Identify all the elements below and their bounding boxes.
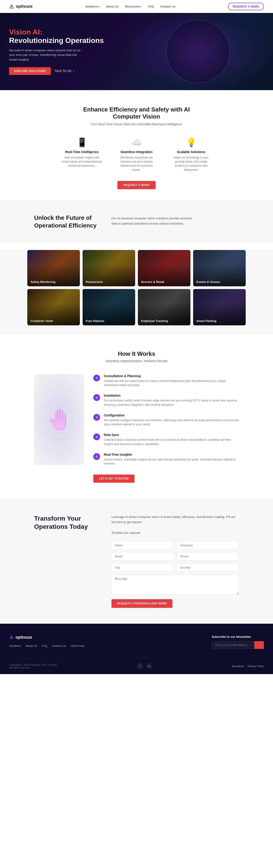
industry-card-events[interactable]: Events & Venues [193,250,246,286]
footer-link-solutions[interactable]: Solutions [9,644,21,648]
explore-solutions-button[interactable]: EXPLORE SOLUTIONS [9,67,51,75]
nav-faq[interactable]: FAQ [148,5,154,8]
realtime-icon: 📱 [61,137,102,147]
transform-section: Transform Your Operations Today Leverage… [0,499,273,624]
nav-contact[interactable]: Contact Us [160,5,175,8]
svg-point-1 [11,6,12,7]
industry-card-fuel[interactable]: Fuel Stations [83,289,135,326]
hero-buttons: EXPLORE SOLUTIONS TALK TO US → [9,67,104,75]
form-row-3 [111,563,239,572]
footer-social: 𝕏 in [137,663,153,670]
navbar: optivuze Solutions About Us Resources FA… [0,0,273,13]
how-section: How It Works Seamless Implementation, Po… [0,335,273,499]
step-3: 3 Configuration We carefully configure h… [93,413,239,427]
hero-section: Vision AI: Revolutionizing Operations We… [0,13,273,90]
step-desc-2: Our technicians swiftly install AI-drive… [104,399,239,407]
step-1: 1 Consultation & Planning Collaborate wi… [93,374,239,388]
ops-left: Unlock the Future of Operational Efficie… [34,214,98,229]
personalized-demo-button[interactable]: REQUEST A PERSONALISED DEMO [111,599,172,608]
linkedin-icon[interactable]: in [146,663,153,670]
integration-title: Seamless Integration [116,150,157,154]
footer-links: Solutions About Us FAQ Contact Us Client… [9,644,84,648]
industry-card-safety[interactable]: Safety Monitoring [27,250,80,286]
hero-eye-icon: 👁 [191,44,205,60]
transform-right: Leverage AI-driven computer vision to bo… [111,515,239,608]
hero-visual: 👁 [123,13,273,90]
nav-solutions[interactable]: Solutions [85,5,100,8]
transform-description: Leverage AI-driven computer vision to bo… [111,515,239,525]
step-desc-4: Collected data is securely synchronized … [104,438,239,446]
nav-cta-button[interactable]: REQUEST A DEMO [228,3,264,10]
footer-link-client[interactable]: Client Area [71,644,84,648]
logo: optivuze [9,4,32,9]
city-input[interactable] [111,563,174,572]
feature-integration: ☁️ Seamless Integration Effortlessly inc… [116,137,157,172]
industry-card-employee[interactable]: Employee Tracking [138,289,190,326]
form-row-1 [111,541,239,550]
ops-right: Our AI powered computer vision solutions… [111,214,198,226]
step-num-5: 5 [93,453,100,460]
footer-newsletter: Subscribe to our Newsletter → [212,635,264,649]
footer-link-faq[interactable]: FAQ [42,644,47,648]
ops-description: Our AI powered computer vision solutions… [111,214,198,226]
nav-resources[interactable]: Resources [125,5,141,8]
step-desc-1: Collaborate with our expert team to crea… [104,379,239,388]
hero-title-white: Revolutionizing Operations [9,36,104,44]
scalable-desc: Adapt our technology to your growing nee… [171,156,212,172]
card-label-events: Events & Venues [193,277,223,286]
country-input[interactable] [176,563,239,572]
message-input[interactable] [111,575,239,595]
industry-card-container[interactable]: Container Yards [27,289,80,326]
newsletter-submit-button[interactable]: → [254,641,264,649]
step-desc-5: Access instant, actionable insights via … [104,458,239,466]
step-desc-3: We carefully configure hardware and soft… [104,418,239,427]
industry-card-grocers[interactable]: Grocers & Retail [138,250,190,286]
step-title-1: Consultation & Planning [104,374,239,378]
disclaimer-link[interactable]: Disclaimer [232,665,244,668]
card-label-parking: Smart Parking [193,316,220,326]
twitter-icon[interactable]: 𝕏 [137,663,143,670]
ops-heading: Unlock the Future of Operational Efficie… [34,214,98,229]
request-demo-button[interactable]: REQUEST A DEMO [117,181,155,189]
get-started-button[interactable]: LET'S GET STARTED [93,474,134,483]
how-layout: 🤚 1 Consultation & Planning Collaborate … [34,374,239,483]
newsletter-email-input[interactable] [212,641,254,649]
how-steps: 1 Consultation & Planning Collaborate wi… [93,374,239,483]
realtime-title: Real-Time Intelligence [61,150,102,154]
card-label-restaurants: Restaurants [83,277,106,286]
step-content-5: Real-Time Insights Access instant, actio… [104,453,239,466]
scalable-icon: 💡 [171,137,212,147]
step-num-2: 2 [93,394,100,401]
transform-left: Transform Your Operations Today [34,515,98,531]
privacy-link[interactable]: Privacy Policy [247,665,264,668]
name-input[interactable] [111,541,174,550]
form-note: All fields are required [111,530,239,536]
step-num-4: 4 [93,433,100,440]
company-input[interactable] [176,541,239,550]
hand-visual: 🤚 [47,408,72,431]
industry-card-parking[interactable]: Smart Parking [193,289,246,326]
footer-left: optivuze Solutions About Us FAQ Contact … [9,635,84,648]
footer-link-contact[interactable]: Contact Us [52,644,66,648]
realtime-desc: Gain immediate insights with instant ale… [61,156,102,168]
footer-copyright: Copyright © 2024 Optivuze (Pvt.) Limited… [9,663,57,669]
industry-card-restaurants[interactable]: Restaurants [83,250,135,286]
ops-grid: Unlock the Future of Operational Efficie… [34,214,239,229]
hero-description: We build AI driven computer vision syste… [9,48,86,62]
footer-link-about[interactable]: About Us [25,644,37,648]
step-title-3: Configuration [104,413,239,417]
industry-grid: Safety Monitoring Restaurants Grocers & … [27,250,246,326]
transform-grid: Transform Your Operations Today Leverage… [34,515,239,608]
newsletter-form: → [212,641,264,649]
integration-desc: Effortlessly incorporate our solutions i… [116,156,157,172]
nav-about[interactable]: About Us [106,5,119,8]
card-label-employee: Employee Tracking [138,316,171,326]
footer: optivuze Solutions About Us FAQ Contact … [0,624,273,674]
phone-input[interactable] [176,552,239,561]
scalable-title: Scalable Solutions [171,150,212,154]
talk-to-us-link[interactable]: TALK TO US → [54,69,75,73]
hero-content: Vision AI: Revolutionizing Operations We… [9,28,104,75]
transform-heading: Transform Your Operations Today [34,515,98,531]
email-input[interactable] [111,552,174,561]
footer-top: optivuze Solutions About Us FAQ Contact … [9,635,264,649]
